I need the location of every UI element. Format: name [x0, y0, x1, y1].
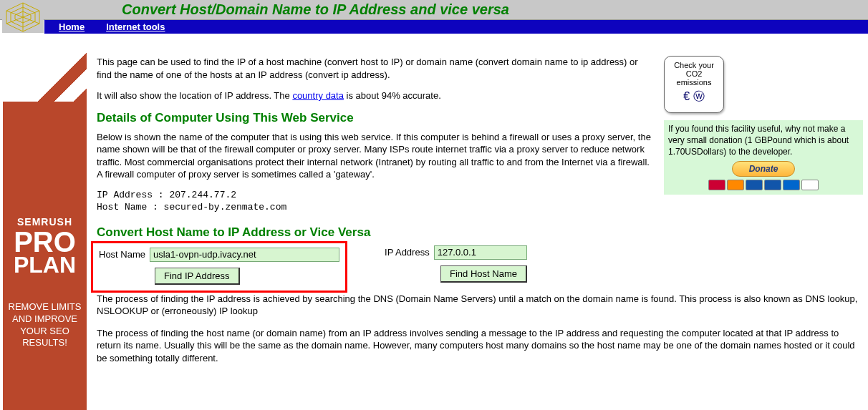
co2-widget[interactable]: Check your CO2 emissions € ⓦ [664, 56, 724, 113]
ad-text-plan: PLAN [3, 255, 87, 275]
co2-line3: emissions [665, 78, 723, 87]
convert-form: Host Name Find IP Address IP Address Fin… [97, 245, 652, 293]
co2-icon: € ⓦ [665, 89, 723, 104]
client-ip-line: IP Address : 207.244.77.2 [97, 190, 652, 200]
ad-hero-image [3, 44, 87, 123]
sidebar-ad-semrush[interactable]: SEMRUSH PRO PLAN REMOVE LIMITS AND IMPRO… [3, 44, 87, 410]
host-name-input[interactable] [150, 248, 339, 262]
intro-2-b: is about 94% accurate. [344, 90, 441, 101]
card-maestro-icon [727, 180, 744, 190]
main-column: This page can be used to find the IP of … [97, 56, 652, 293]
host-to-ip-block: Host Name Find IP Address [91, 241, 347, 293]
nav-internet-tools[interactable]: Internet tools [106, 21, 165, 32]
nav-home[interactable]: Home [59, 21, 85, 32]
country-data-link[interactable]: country data [292, 90, 344, 101]
card-visa-icon [746, 180, 763, 190]
ip-to-host-block: IP Address Find Host Name [385, 245, 527, 287]
ip-address-label: IP Address [385, 247, 430, 258]
process-para-1: The process of finding the IP address is… [97, 293, 862, 318]
donate-button[interactable]: Donate [732, 161, 795, 177]
card-directdebit-icon [801, 180, 819, 190]
process-para-2: The process of finding the host name (or… [97, 327, 862, 365]
card-mastercard-icon [708, 180, 725, 190]
co2-line1: Check your [665, 61, 723, 69]
find-host-button[interactable]: Find Host Name [440, 265, 527, 283]
payment-cards [668, 180, 859, 190]
details-para: Below is shown the name of the computer … [97, 131, 652, 181]
client-host-line: Host Name : secured-by.zenmate.com [97, 202, 652, 213]
card-amex-icon [783, 180, 800, 190]
donate-text: If you found this facility useful, why n… [668, 124, 849, 157]
donate-box: If you found this facility useful, why n… [664, 120, 863, 195]
details-heading: Details of Computer Using This Web Servi… [97, 111, 652, 125]
card-visa2-icon [764, 180, 781, 190]
ip-address-input[interactable] [434, 245, 527, 260]
host-name-label: Host Name [99, 249, 145, 260]
intro-para-1: This page can be used to find the IP of … [97, 56, 652, 81]
intro-para-2: It will also show the location of IP add… [97, 89, 652, 102]
title-bar: Convert Host/Domain Name to IP Address a… [0, 0, 868, 20]
co2-line2: CO2 [665, 69, 723, 78]
ad-text-pro: PRO [3, 229, 87, 255]
ad-text-desc: REMOVE LIMITS AND IMPROVE YOUR SEO RESUL… [3, 301, 87, 350]
convert-heading: Convert Host Name to IP Address or Vice … [97, 225, 652, 240]
intro-2-a: It will also show the location of IP add… [97, 90, 292, 101]
page-title: Convert Host/Domain Name to IP Address a… [122, 1, 509, 18]
site-logo[interactable] [2, 0, 44, 33]
right-column: Check your CO2 emissions € ⓦ If you foun… [664, 56, 863, 195]
find-ip-button[interactable]: Find IP Address [155, 268, 240, 285]
nav-bar: Home Internet tools [44, 20, 868, 34]
